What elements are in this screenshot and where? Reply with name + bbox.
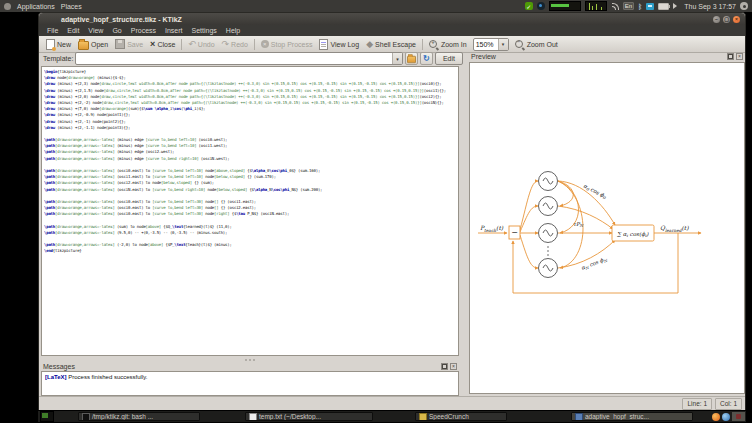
editor-pane: Template: ▾ ↻ Edit \begin{tikzpicture}\d… — [41, 52, 465, 396]
browser-globe-icon[interactable] — [722, 413, 730, 421]
shell-escape-icon: ◆ — [366, 40, 373, 49]
template-combobox[interactable]: ▾ — [75, 52, 403, 65]
bluetooth-icon[interactable]: ᛒ — [638, 3, 642, 10]
battery-icon[interactable] — [658, 3, 669, 10]
open-folder-icon — [78, 41, 89, 50]
session-gear-icon[interactable] — [740, 2, 748, 10]
messages-float-icon[interactable] — [441, 363, 448, 370]
zoom-combo-arrow-icon[interactable]: ▾ — [498, 39, 508, 50]
stop-process-icon: × — [261, 40, 269, 48]
minimize-button[interactable]: − — [713, 16, 720, 23]
preview-canvas: − ∑ αi cos(ϕi) Pteach(t) Qlearned(t) α0 … — [469, 62, 745, 394]
input-label: Pteach(t) — [480, 224, 504, 233]
template-folder-icon — [407, 56, 416, 63]
template-open-button[interactable] — [405, 52, 418, 65]
text-file-icon — [249, 413, 257, 421]
edge-minus-osciN — [520, 235, 538, 268]
shell-escape-button[interactable]: ◆ Shell Escape — [363, 38, 419, 51]
minus-node-label: − — [511, 228, 518, 237]
maximize-button[interactable]: ▢ — [723, 16, 730, 23]
new-file-icon — [46, 39, 55, 50]
tracker-orb-icon[interactable] — [537, 2, 545, 10]
undo-button[interactable]: ↶ Undo — [185, 38, 217, 51]
zoom-in-icon: + — [429, 40, 437, 48]
update-ok-icon[interactable]: ✓ — [525, 2, 533, 10]
menu-settings[interactable]: Settings — [188, 27, 221, 34]
stop-process-button[interactable]: × Stop Process — [258, 38, 316, 51]
cpu-meter-widget[interactable] — [549, 1, 581, 11]
menu-file[interactable]: File — [43, 27, 62, 34]
window-title: adaptive_hopf_structure.tikz - KTikZ — [39, 16, 713, 23]
menu-process[interactable]: Process — [127, 27, 160, 34]
places-menu[interactable]: Places — [61, 3, 82, 10]
messages-panel: [LaTeX] Process finished successfully. — [41, 371, 459, 396]
zoom-level-value: 150% — [474, 41, 498, 48]
new-button[interactable]: New — [43, 38, 74, 51]
titlebar[interactable]: adaptive_hopf_structure.tikz - KTikZ − ▢… — [39, 13, 745, 25]
task-texteditor[interactable]: temp.txt (~/Desktop... — [245, 412, 373, 421]
close-file-button[interactable]: × Close — [147, 38, 178, 51]
code-editor[interactable]: \begin{tikzpicture}\draw node[draw=orang… — [41, 66, 459, 356]
view-log-icon — [319, 39, 328, 50]
distro-logo-icon — [4, 3, 11, 10]
template-combo-arrow-icon[interactable]: ▾ — [392, 53, 402, 64]
desktop-top-panel: Applications Places ✓ En ᛒ Thu Sep 3 17:… — [0, 0, 752, 12]
zoom-in-button[interactable]: + Zoom In — [426, 38, 470, 51]
vdots — [547, 246, 548, 255]
zoom-level-combobox[interactable]: 150% ▾ — [473, 38, 509, 51]
messages-close-icon[interactable]: × — [450, 363, 457, 370]
template-label: Template: — [43, 55, 73, 62]
zoom-out-icon: − — [515, 40, 523, 48]
save-button[interactable]: Save — [112, 38, 146, 51]
keyboard-layout-indicator[interactable]: En — [623, 2, 634, 10]
messages-header: Messages × — [41, 361, 459, 371]
calculator-icon — [419, 413, 427, 421]
preview-pane: Preview × — [469, 50, 745, 396]
wifi-icon[interactable] — [611, 3, 619, 10]
close-file-icon: × — [150, 40, 155, 49]
menu-view[interactable]: View — [84, 27, 107, 34]
workspace-pager[interactable] — [40, 411, 54, 422]
applications-menu[interactable]: Applications — [17, 3, 55, 10]
menu-go[interactable]: Go — [108, 27, 125, 34]
network-graph-widget[interactable] — [585, 1, 607, 11]
view-log-button[interactable]: View Log — [316, 38, 362, 51]
terminal-icon — [82, 413, 90, 421]
reload-icon: ↻ — [423, 55, 430, 63]
output-label: Qlearned(t) — [660, 224, 689, 233]
open-button[interactable]: Open — [75, 38, 111, 51]
menubar: File Edit View Go Process Insert Setting… — [39, 25, 745, 36]
task-ktikz[interactable]: adaptive_hopf_struc... — [571, 412, 693, 421]
tikz-diagram: − ∑ αi cos(ϕi) Pteach(t) Qlearned(t) α0 … — [470, 63, 744, 393]
volume-icon[interactable] — [673, 3, 680, 9]
close-button[interactable]: × — [733, 16, 740, 23]
preview-close-icon[interactable]: × — [736, 53, 743, 60]
template-edit-button[interactable]: Edit — [435, 52, 463, 65]
firefox-icon[interactable] — [712, 413, 720, 421]
zoom-out-button[interactable]: − Zoom Out — [512, 38, 561, 51]
status-col: Col: 1 — [715, 398, 742, 410]
template-row: Template: ▾ ↻ Edit — [41, 52, 465, 65]
tray-active-cell[interactable] — [732, 412, 745, 421]
task-terminal[interactable]: /tmp/ktikz.git: bash ... — [78, 412, 200, 421]
ktikz-window: adaptive_hopf_structure.tikz - KTikZ − ▢… — [38, 12, 746, 410]
clock[interactable]: Thu Sep 3 17:57 — [684, 3, 736, 10]
save-icon — [115, 39, 125, 49]
statusbar: Line: 1 Col: 1 — [39, 396, 745, 410]
preview-float-icon[interactable] — [727, 53, 734, 60]
latex-tag: [LaTeX] — [45, 374, 67, 380]
preview-title: Preview — [471, 53, 496, 60]
messaging-icon[interactable] — [646, 3, 654, 10]
task-speedcrunch[interactable]: SpeedCrunch — [415, 412, 507, 421]
menu-edit[interactable]: Edit — [63, 27, 83, 34]
redo-button[interactable]: ↷ Redo — [219, 38, 251, 51]
taskbar: /tmp/ktikz.git: bash ... temp.txt (~/Des… — [38, 411, 746, 422]
ktikz-icon — [575, 413, 583, 421]
redo-icon: ↷ — [222, 40, 230, 49]
menu-insert[interactable]: Insert — [161, 27, 187, 34]
menu-help[interactable]: Help — [222, 27, 244, 34]
template-reload-button[interactable]: ↻ — [420, 52, 433, 65]
undo-icon: ↶ — [188, 40, 196, 49]
edge-bottom-label: αN cos ϕN — [580, 255, 609, 272]
status-line: Line: 1 — [682, 398, 712, 410]
